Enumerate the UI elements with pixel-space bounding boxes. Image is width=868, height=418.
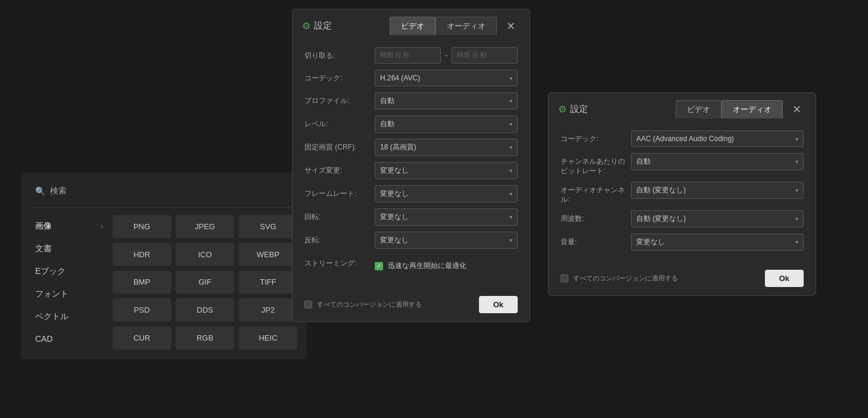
format-jpeg[interactable]: JPEG bbox=[176, 215, 234, 238]
audio-codec-row: コーデック: AAC (Advanced Audio Coding) ▾ bbox=[561, 130, 804, 147]
rotation-row: 回転: 変更なし ▾ bbox=[304, 208, 518, 226]
bitrate-select[interactable]: 自動 ▾ bbox=[631, 153, 804, 170]
chevron-down-icon: ▾ bbox=[795, 239, 798, 245]
profile-select[interactable]: 自動 ▾ bbox=[375, 92, 518, 110]
audio-dialog-tabs: ビデオ オーディオ bbox=[676, 100, 783, 118]
format-svg[interactable]: SVG bbox=[239, 215, 297, 238]
chevron-right-icon: › bbox=[101, 222, 103, 230]
trim-start-input[interactable]: 時間 分 秒 bbox=[375, 47, 441, 64]
framerate-control: 変更なし ▾ bbox=[375, 185, 518, 202]
video-dialog-tabs: ビデオ オーディオ bbox=[390, 17, 497, 35]
gear-icon: ⚙ bbox=[558, 104, 567, 115]
chevron-down-icon: ▾ bbox=[509, 121, 512, 127]
streaming-label: ストリーミング: bbox=[304, 255, 370, 269]
volume-label: 音量: bbox=[561, 233, 626, 247]
chevron-down-icon: ▾ bbox=[509, 167, 512, 174]
format-dds[interactable]: DDS bbox=[176, 298, 234, 322]
video-dialog-body: 切り取る: 時間 分 秒 - 時間 分 秒 コーデック: H.264 (AVC)… bbox=[293, 40, 530, 290]
audio-codec-control: AAC (Advanced Audio Coding) ▾ bbox=[631, 130, 804, 147]
sidebar-item-image[interactable]: 画像 › bbox=[30, 215, 108, 238]
sidebar-item-cad[interactable]: CAD bbox=[30, 328, 108, 350]
trim-inputs: 時間 分 秒 - 時間 分 秒 bbox=[375, 47, 518, 64]
audio-apply-all-checkbox[interactable] bbox=[561, 274, 568, 282]
audio-apply-all-label: すべてのコンバージョンに適用する bbox=[573, 274, 678, 283]
level-row: レベル: 自動 ▾ bbox=[304, 116, 518, 133]
crf-row: 固定画質 (CRF): 18 (高画質) ▾ bbox=[304, 139, 518, 156]
trim-row: 切り取る: 時間 分 秒 - 時間 分 秒 bbox=[304, 47, 518, 64]
chevron-down-icon: ▾ bbox=[509, 237, 512, 244]
chevron-down-icon: ▾ bbox=[509, 191, 512, 197]
format-psd[interactable]: PSD bbox=[113, 298, 171, 322]
video-dialog-close[interactable]: ✕ bbox=[502, 18, 520, 34]
format-gif[interactable]: GIF bbox=[176, 271, 234, 294]
video-dialog-header: ⚙ 設定 ビデオ オーディオ ✕ bbox=[293, 10, 530, 35]
audio-dialog-body: コーデック: AAC (Advanced Audio Coding) ▾ チャン… bbox=[549, 123, 816, 264]
format-hdr[interactable]: HDR bbox=[113, 243, 171, 266]
streaming-checkbox-row: ✓ 迅速な再生開始に最適化 bbox=[375, 261, 518, 271]
chevron-down-icon: ▾ bbox=[509, 75, 512, 82]
chevron-down-icon: ▾ bbox=[509, 98, 512, 104]
video-apply-all-row: すべてのコンバージョンに適用する bbox=[304, 300, 472, 309]
audio-codec-select[interactable]: AAC (Advanced Audio Coding) ▾ bbox=[631, 130, 804, 147]
chevron-down-icon: ▾ bbox=[795, 187, 798, 194]
format-jp2[interactable]: JP2 bbox=[239, 298, 297, 322]
codec-select[interactable]: H.264 (AVC) ▾ bbox=[375, 70, 518, 86]
codec-row: コーデック: H.264 (AVC) ▾ bbox=[304, 70, 518, 86]
codec-label: コーデック: bbox=[304, 70, 370, 83]
frequency-control: 自動 (変更なし) ▾ bbox=[631, 210, 804, 227]
bitrate-label: チャンネルあたりのビットレート: bbox=[561, 153, 626, 176]
format-bmp[interactable]: BMP bbox=[113, 271, 171, 294]
checkmark-icon: ✓ bbox=[377, 263, 381, 269]
sidebar-item-document[interactable]: 文書 bbox=[30, 238, 108, 260]
divider bbox=[30, 207, 297, 208]
resize-select[interactable]: 変更なし ▾ bbox=[375, 162, 518, 179]
framerate-select[interactable]: 変更なし ▾ bbox=[375, 185, 518, 202]
search-icon: 🔍 bbox=[35, 186, 45, 196]
video-settings-dialog: ⚙ 設定 ビデオ オーディオ ✕ 切り取る: 時間 分 秒 - 時間 分 秒 コ… bbox=[292, 9, 530, 322]
crf-select[interactable]: 18 (高画質) ▾ bbox=[375, 139, 518, 156]
crf-label: 固定画質 (CRF): bbox=[304, 139, 370, 152]
chevron-down-icon: ▾ bbox=[509, 144, 512, 151]
bitrate-row: チャンネルあたりのビットレート: 自動 ▾ bbox=[561, 153, 804, 176]
level-select[interactable]: 自動 ▾ bbox=[375, 116, 518, 133]
tab-video-audio-dialog[interactable]: ビデオ bbox=[676, 100, 721, 118]
left-content: 画像 › 文書 Eブック フォント ベクトル CAD PNG JPEG SVG … bbox=[30, 215, 297, 350]
sidebar-item-vector[interactable]: ベクトル bbox=[30, 305, 108, 328]
rotation-select[interactable]: 変更なし ▾ bbox=[375, 208, 518, 226]
sidebar-item-font[interactable]: フォント bbox=[30, 283, 108, 305]
trim-end-input[interactable]: 時間 分 秒 bbox=[452, 47, 518, 64]
format-heic[interactable]: HEIC bbox=[239, 326, 297, 350]
tab-audio[interactable]: オーディオ bbox=[435, 17, 497, 35]
tab-video[interactable]: ビデオ bbox=[390, 17, 435, 35]
bitrate-control: 自動 ▾ bbox=[631, 153, 804, 170]
profile-control: 自動 ▾ bbox=[375, 92, 518, 110]
channel-control: 自動 (変更なし) ▾ bbox=[631, 182, 804, 199]
channel-select[interactable]: 自動 (変更なし) ▾ bbox=[631, 182, 804, 199]
video-apply-all-checkbox[interactable] bbox=[304, 301, 312, 308]
search-bar[interactable]: 🔍 検索 bbox=[30, 182, 297, 200]
format-webp[interactable]: WEBP bbox=[239, 243, 297, 266]
flip-select[interactable]: 変更なし ▾ bbox=[375, 232, 518, 249]
volume-select[interactable]: 変更なし ▾ bbox=[631, 233, 804, 251]
format-rgb[interactable]: RGB bbox=[176, 326, 234, 350]
chevron-down-icon: ▾ bbox=[795, 216, 798, 222]
format-cur[interactable]: CUR bbox=[113, 326, 171, 350]
video-ok-button[interactable]: Ok bbox=[479, 296, 518, 313]
framerate-row: フレームレート: 変更なし ▾ bbox=[304, 185, 518, 202]
format-png[interactable]: PNG bbox=[113, 215, 171, 238]
volume-row: 音量: 変更なし ▾ bbox=[561, 233, 804, 251]
sidebar-item-ebook[interactable]: Eブック bbox=[30, 260, 108, 283]
flip-control: 変更なし ▾ bbox=[375, 232, 518, 249]
format-tiff[interactable]: TIFF bbox=[239, 271, 297, 294]
video-apply-all-label: すべてのコンバージョンに適用する bbox=[317, 300, 422, 309]
audio-ok-button[interactable]: Ok bbox=[765, 270, 804, 287]
tab-audio-audio-dialog[interactable]: オーディオ bbox=[721, 100, 783, 118]
format-ico[interactable]: ICO bbox=[176, 243, 234, 266]
audio-dialog-close[interactable]: ✕ bbox=[788, 102, 806, 117]
frequency-select[interactable]: 自動 (変更なし) ▾ bbox=[631, 210, 804, 227]
category-list: 画像 › 文書 Eブック フォント ベクトル CAD bbox=[30, 215, 108, 350]
level-label: レベル: bbox=[304, 116, 370, 129]
streaming-checkbox[interactable]: ✓ bbox=[375, 262, 383, 270]
search-input-label: 検索 bbox=[50, 186, 67, 196]
chevron-down-icon: ▾ bbox=[795, 158, 798, 165]
